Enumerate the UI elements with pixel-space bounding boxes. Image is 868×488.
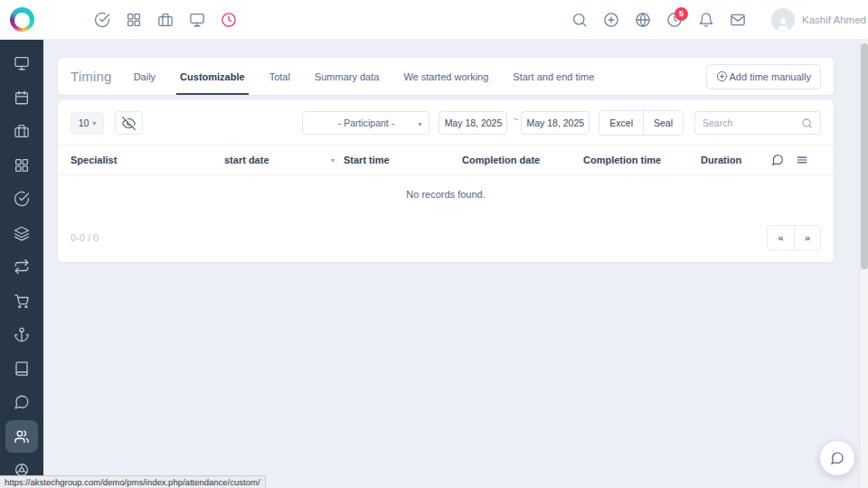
prev-page-button[interactable]: « [768, 226, 794, 249]
sidebar-item-messages[interactable] [5, 386, 38, 418]
page-size-select[interactable]: 10 ▾ [71, 112, 104, 135]
grid-icon [14, 157, 30, 174]
mail-icon[interactable] [722, 5, 753, 35]
bell-icon[interactable] [691, 5, 722, 35]
grid-icon[interactable] [118, 5, 149, 35]
sidebar-item-projects[interactable] [5, 115, 38, 147]
clock-icon[interactable] [213, 5, 244, 35]
repeat-icon [14, 258, 30, 275]
column-label: start date [224, 155, 269, 165]
search-input[interactable] [703, 117, 801, 128]
tab-bar: DailyCustomizableTotalSummary dataWe sta… [134, 58, 619, 95]
empty-message: No records found. [58, 175, 834, 220]
plus-circle-icon[interactable] [596, 5, 627, 35]
user-name[interactable]: Kashif Ahmed [802, 14, 866, 25]
date-to-input[interactable]: May 18, 2025 [521, 111, 590, 135]
search-box [694, 111, 821, 135]
app-logo[interactable] [0, 0, 43, 40]
add-button-label: Add time manually [730, 71, 812, 82]
sidebar-item-orders[interactable] [5, 285, 38, 317]
table-header-row: Specialiststart date▾Start timeCompletio… [58, 145, 834, 175]
tab-daily[interactable]: Daily [134, 58, 156, 95]
column-header-start-time[interactable]: Start time [344, 155, 462, 165]
sidebar-item-dashboard[interactable] [5, 47, 38, 80]
sidebar-item-attendance[interactable] [5, 420, 38, 453]
check-circle-icon [14, 191, 30, 207]
page-size-value: 10 [79, 117, 90, 128]
clock-icon[interactable]: 5 [659, 5, 690, 35]
globe-icon[interactable] [627, 5, 658, 35]
tab-we-started-working[interactable]: We started working [403, 58, 488, 95]
toggle-columns-button[interactable] [115, 111, 143, 135]
chat-bubble-icon [830, 451, 844, 465]
tabs-card: Timing DailyCustomizableTotalSummary dat… [58, 58, 834, 95]
tab-total[interactable]: Total [269, 58, 290, 95]
sidebar-nav [0, 40, 43, 488]
briefcase-icon [14, 123, 30, 139]
topbar-left-icons [87, 5, 244, 35]
scrollbar-thumb[interactable] [861, 43, 868, 269]
chat-fab-button[interactable] [820, 441, 854, 475]
topbar-right-icons: 5 [564, 5, 753, 35]
plus-circle-icon [716, 70, 728, 82]
search-icon [801, 117, 813, 129]
sidebar-item-calendar[interactable] [5, 81, 38, 114]
column-settings-icon[interactable] [796, 154, 808, 166]
chevron-down-icon: ▾ [418, 120, 421, 128]
next-page-button[interactable]: » [794, 226, 820, 249]
column-header-duration[interactable]: Duration [701, 155, 764, 165]
participant-value: - Participant - [338, 117, 394, 128]
users-icon [14, 428, 30, 445]
sidebar-item-transactions[interactable] [5, 250, 38, 283]
column-header-start-date[interactable]: start date▾ [224, 155, 344, 165]
pager: « » [767, 225, 821, 250]
seal-button[interactable]: Seal [643, 111, 683, 135]
monitor-icon [14, 55, 30, 71]
column-label: Completion time [583, 155, 661, 165]
date-separator: ~ [513, 115, 518, 125]
sidebar-item-anchor[interactable] [5, 318, 38, 351]
message-icon [14, 394, 30, 410]
records-card: 10 ▾ - Participant - ▾ May 18, 2025 ~ Ma… [58, 100, 834, 262]
date-from-input[interactable]: May 18, 2025 [439, 111, 507, 135]
top-navbar: 5 Kashif Ahmed [0, 0, 868, 40]
excel-button[interactable]: Excel [599, 111, 643, 135]
column-header-completion-date[interactable]: Completion date [462, 155, 583, 165]
layers-icon [14, 225, 30, 241]
pagination-info: 0-0 / 0 [71, 232, 99, 243]
tab-start-and-end-time[interactable]: Start and end time [513, 58, 594, 95]
notification-badge: 5 [675, 7, 688, 21]
filter-row: 10 ▾ - Participant - ▾ May 18, 2025 ~ Ma… [58, 100, 834, 145]
monitor-icon[interactable] [182, 5, 212, 35]
main-content: Timing DailyCustomizableTotalSummary dat… [43, 40, 857, 488]
search-icon[interactable] [564, 5, 595, 35]
add-time-manually-button[interactable]: Add time manually [706, 64, 822, 89]
column-header-completion-time[interactable]: Completion time [583, 155, 701, 165]
check-circle-icon[interactable] [87, 5, 118, 35]
briefcase-icon[interactable] [150, 5, 181, 35]
book-icon [14, 361, 30, 377]
sort-caret-icon[interactable]: ▾ [331, 156, 335, 164]
eye-off-icon [122, 117, 136, 130]
column-label: Completion date [462, 155, 540, 165]
menu-toggle-icon[interactable] [43, 5, 74, 35]
sidebar-item-stack[interactable] [5, 217, 38, 249]
tab-summary-data[interactable]: Summary data [315, 58, 380, 95]
avatar[interactable] [771, 8, 795, 32]
column-label: Specialist [71, 155, 117, 165]
sidebar-item-tasks[interactable] [5, 183, 38, 215]
participant-select[interactable]: - Participant - ▾ [302, 111, 429, 135]
sidebar-item-docs[interactable] [5, 352, 38, 385]
sidebar-item-apps[interactable] [5, 149, 38, 182]
export-button-group: Excel Seal [599, 110, 684, 136]
column-label: Duration [701, 155, 741, 165]
tab-customizable[interactable]: Customizable [180, 58, 245, 95]
cart-icon [14, 293, 30, 309]
page-scrollbar[interactable] [859, 40, 868, 488]
column-header-specialist[interactable]: Specialist [71, 155, 224, 165]
anchor-icon [14, 326, 30, 343]
chevron-down-icon: ▾ [92, 119, 96, 127]
status-url-bar: https://akstechgroup.com/demo/pms/index.… [0, 475, 266, 488]
comments-column-icon[interactable] [771, 154, 784, 166]
page-title: Timing [71, 69, 112, 84]
